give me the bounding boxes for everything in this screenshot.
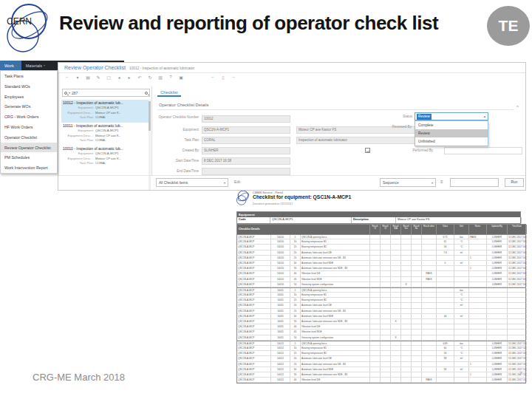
cell-unit: °C [454, 351, 469, 355]
status-option[interactable]: Review [415, 129, 488, 137]
menu-item[interactable]: Review Operator Checklist [1, 143, 57, 153]
cell-result1 [370, 314, 381, 318]
navbar-tab[interactable]: Materials ▾ [21, 61, 50, 70]
cell-updated-by: LUNHER [487, 261, 508, 265]
status-select[interactable]: Review ▲ [415, 112, 488, 120]
checklist-list-item[interactable]: 10012 - Inspection of automatic lub... E… [61, 100, 149, 123]
cell-result-no [412, 324, 422, 329]
menu-item[interactable]: CRG - Work Orders [1, 112, 57, 122]
delete-icon[interactable]: ▢ [106, 75, 112, 80]
cell-time-date: 15 DEC 2017 11:50 [508, 372, 527, 377]
back-icon[interactable]: ← [64, 75, 70, 80]
cell-description: Automatic lubricator emission rate DE - … [301, 256, 370, 260]
sequence-select[interactable]: Sequence ▾ [380, 178, 436, 187]
created-by-label: Created By [156, 149, 199, 152]
pane-split-icon[interactable]: ▯ [220, 75, 226, 80]
collapse-icon[interactable]: ^ [516, 105, 519, 109]
cell-notes [469, 346, 487, 350]
menu-item[interactable]: Operator Checklist [1, 132, 57, 143]
cell-result-no [412, 277, 422, 282]
table-row: QSC1N-A-MCP 10012 20 Automatic lubricato… [237, 356, 525, 361]
cell-equipment: QSC1N-A-MCP [237, 293, 271, 297]
task-plan-label: Task Plan [156, 138, 199, 142]
task-plan-field[interactable]: CORAL [202, 137, 290, 144]
menu-item[interactable]: Employees [1, 92, 57, 102]
created-by-field[interactable]: SLINHER [202, 147, 290, 154]
help-icon[interactable]: ? [168, 75, 174, 80]
col-result1: Result #1 [370, 225, 381, 234]
cell-result2 [381, 266, 391, 270]
cell-notes [469, 314, 487, 318]
cell-notes [469, 319, 487, 324]
pane-right-icon[interactable]: → [231, 75, 236, 80]
cell-notes: PASS [469, 235, 487, 239]
filter-input[interactable] [450, 178, 499, 187]
divider [58, 175, 525, 176]
status-option[interactable]: Complete [415, 121, 488, 129]
scrollbar-thumb[interactable] [149, 101, 151, 131]
menu-item[interactable]: Work Intervention Report [1, 163, 57, 173]
search-box[interactable]: ▾ 287 [62, 89, 150, 97]
next-record-icon[interactable]: ▸ [126, 75, 132, 80]
cell-unit: °C [454, 346, 469, 350]
checklist-list-item[interactable]: 10011 - Inspection of automatic lub... E… [61, 123, 149, 146]
table-row: QSC1N-A-MCP 10010 15 Bearing temperature… [237, 245, 525, 250]
menu-item[interactable]: HF Work Orders [1, 122, 57, 132]
end-date-label: End Date/Time [156, 169, 199, 173]
hamburger-icon[interactable]: ≡ [440, 180, 443, 184]
search-input[interactable]: 287 [72, 91, 143, 95]
cell-result2 [381, 250, 391, 255]
checklist-filter-select[interactable]: All Checklist Items ▾ [156, 178, 228, 187]
cell-equipment: QSC1N-A-MCP [237, 324, 271, 329]
cell-result2 [381, 341, 391, 345]
table-row: QSC1N-A-MCP 10011 15 Bearing temperature… [237, 298, 525, 303]
list-scrollbar[interactable] [149, 100, 151, 190]
undo-icon[interactable]: ↶ [137, 75, 143, 80]
status-label: Status [369, 115, 412, 118]
cell-result-na [391, 256, 401, 260]
cell-result-no [412, 378, 422, 382]
equipment-field[interactable]: QSC1N-A-MCP1 [202, 126, 290, 134]
checkbox-icon[interactable] [365, 148, 370, 153]
cell-checklist: 10012 [271, 372, 290, 377]
cell-description: Automatic lubricator emission rate DE - … [301, 362, 370, 366]
cell-unit [454, 271, 469, 276]
menu-item[interactable]: Generate WOs [1, 101, 57, 112]
print-icon[interactable]: ▥ [157, 75, 163, 80]
edit-link[interactable]: Edit [234, 180, 240, 184]
tab-checklist[interactable]: Checklist [157, 89, 181, 97]
col-result-no: Result No [412, 225, 422, 234]
performed-by-field[interactable] [444, 147, 522, 154]
start-date-field[interactable]: 8 DEC 2017 16:38 [202, 157, 290, 165]
cell-result-no [412, 293, 422, 297]
number-field[interactable]: 10012 [202, 115, 290, 123]
refresh-icon[interactable]: ↻ [147, 75, 153, 80]
run-button[interactable]: Run [505, 178, 524, 187]
menu-item[interactable]: Task Plans [1, 71, 57, 81]
end-date-field[interactable] [202, 168, 290, 175]
checklist-list-item[interactable]: 10010 - Inspection of automatic lub... E… [61, 146, 149, 168]
cell-result2 [381, 372, 391, 377]
cell-seq: 35 [290, 372, 301, 377]
navbar-tab[interactable]: Work ▾ [0, 61, 21, 70]
menu-item[interactable]: Standard WOs [1, 81, 57, 92]
cell-updated-by: LUNHER [487, 277, 508, 282]
cell-time-date: 15 DEC 2017 11:50 [508, 378, 527, 382]
panel-icon[interactable]: ▣ [178, 75, 184, 80]
previous-record-icon[interactable]: ◂ [116, 75, 122, 80]
cell-result-yes [401, 314, 412, 318]
status-option[interactable]: Unfinished [415, 137, 488, 146]
cell-result2 [381, 261, 391, 265]
toolbar-caret-icon[interactable]: ▾ [75, 75, 81, 80]
cell-description: Automatic lubricator level NDE [301, 314, 370, 318]
cell-description: Vibration level DE [301, 271, 370, 276]
cell-result-yes [401, 298, 412, 302]
cell-unit [454, 309, 469, 313]
cell-result1 [370, 309, 381, 313]
edit-icon[interactable]: ✎ [95, 75, 101, 80]
save-icon[interactable]: ▤ [85, 75, 91, 80]
cell-value: 56 [437, 367, 454, 372]
search-go-icon[interactable] [145, 92, 148, 95]
menu-item[interactable]: PM Schedules [1, 152, 57, 163]
pane-left-icon[interactable]: ← [210, 75, 216, 80]
